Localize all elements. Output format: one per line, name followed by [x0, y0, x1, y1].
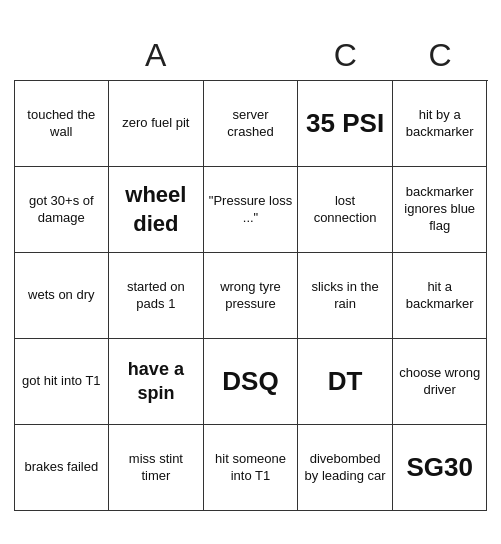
cell-7[interactable]: "Pressure loss ..." [204, 167, 299, 253]
cell-16[interactable]: have a spin [109, 339, 204, 425]
header-col-2 [203, 33, 298, 78]
cell-6[interactable]: wheel died [109, 167, 204, 253]
cell-18[interactable]: DT [298, 339, 393, 425]
header-col-1 [14, 33, 109, 78]
cell-21[interactable]: miss stint timer [109, 425, 204, 511]
bingo-grid: touched the wallzero fuel pitserver cras… [14, 80, 488, 511]
cell-5[interactable]: got 30+s of damage [15, 167, 110, 253]
cell-3[interactable]: 35 PSI [298, 81, 393, 167]
cell-19[interactable]: choose wrong driver [393, 339, 488, 425]
cell-1[interactable]: zero fuel pit [109, 81, 204, 167]
cell-14[interactable]: hit a backmarker [393, 253, 488, 339]
cell-20[interactable]: brakes failed [15, 425, 110, 511]
cell-13[interactable]: slicks in the rain [298, 253, 393, 339]
cell-4[interactable]: hit by a backmarker [393, 81, 488, 167]
cell-12[interactable]: wrong tyre pressure [204, 253, 299, 339]
header-col-c1: C [298, 33, 393, 78]
cell-17[interactable]: DSQ [204, 339, 299, 425]
header-col-c2: C [393, 33, 488, 78]
cell-8[interactable]: lost connection [298, 167, 393, 253]
cell-24[interactable]: SG30 [393, 425, 488, 511]
cell-0[interactable]: touched the wall [15, 81, 110, 167]
cell-22[interactable]: hit someone into T1 [204, 425, 299, 511]
cell-9[interactable]: backmarker ignores blue flag [393, 167, 488, 253]
header-row: A C C [14, 33, 488, 78]
cell-2[interactable]: server crashed [204, 81, 299, 167]
cell-23[interactable]: divebombed by leading car [298, 425, 393, 511]
cell-11[interactable]: started on pads 1 [109, 253, 204, 339]
header-col-a: A [108, 33, 203, 78]
bingo-card: A C C touched the wallzero fuel pitserve… [6, 25, 496, 519]
cell-10[interactable]: wets on dry [15, 253, 110, 339]
cell-15[interactable]: got hit into T1 [15, 339, 110, 425]
